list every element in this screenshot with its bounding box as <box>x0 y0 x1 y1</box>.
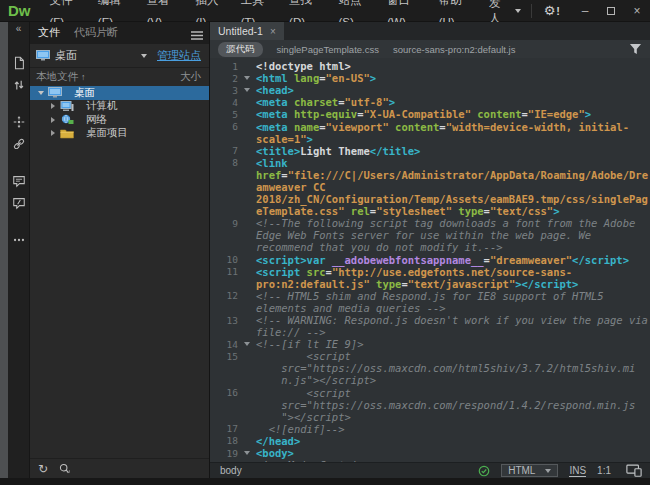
line-number: 19 <box>210 448 238 459</box>
code-line[interactable]: 7<title>Light Theme</title> <box>210 145 650 157</box>
maximize-button[interactable] <box>598 0 624 21</box>
code-line[interactable]: 1<!doctype html> <box>210 60 650 72</box>
chevron-down-icon[interactable] <box>141 54 147 58</box>
filter-icon[interactable] <box>629 43 642 55</box>
fold-marker[interactable] <box>238 88 256 92</box>
link-icon[interactable] <box>11 136 26 151</box>
connect-icon[interactable] <box>58 462 71 475</box>
code-line[interactable]: 12<!-- HTML5 shim and Respond.js for IE8… <box>210 290 650 302</box>
code-line[interactable]: 15 <script <box>210 350 650 362</box>
tree-item-桌面[interactable]: 桌面 <box>30 86 209 100</box>
tag-selector[interactable]: body <box>210 465 242 476</box>
files-panel-footer: ↻ <box>30 458 209 478</box>
insert-mode-toggle[interactable]: INS <box>569 465 586 477</box>
code-line[interactable]: pro:n2:default.js" type="text/javascript… <box>210 278 650 290</box>
code-line[interactable]: "></script> <box>210 411 650 423</box>
panel-tab[interactable]: 文件 <box>38 22 66 44</box>
toolbar-icons <box>11 48 26 254</box>
fold-arrow-icon <box>244 88 250 92</box>
cursor-position: 1:1 <box>597 465 611 476</box>
code-line[interactable]: 4<meta charset="utf-8"> <box>210 96 650 108</box>
code-line[interactable]: 16 <script <box>210 387 650 399</box>
code-line[interactable]: scale=1"> <box>210 133 650 145</box>
code-line[interactable]: 10<script>var __adobewebfontsappname__="… <box>210 254 650 266</box>
code-line[interactable]: 13<!-- WARNING: Respond.js doesn't work … <box>210 314 650 326</box>
code-text: Edge Web Fonts server for use within the… <box>256 229 591 241</box>
desktop-icon <box>48 87 68 98</box>
main-area: « 文件代码片断 桌面 管理站点 本地文件 ↑ 大小 桌面计算机网络桌面项目 ↻ <box>0 22 650 478</box>
chevron-right-icon[interactable] <box>48 117 58 123</box>
code-line[interactable]: recommend that you do not modify it.--> <box>210 241 650 253</box>
document-area: Untitled-1 × 源代码singlePageTemplate.cssso… <box>210 22 650 478</box>
code-editor[interactable]: 1<!doctype html>2<html lang="en-US">3<he… <box>210 58 650 462</box>
code-line[interactable]: src="https://oss.maxcdn.com/respond/1.4.… <box>210 399 650 411</box>
code-line[interactable]: 17 <![endif]--> <box>210 423 650 435</box>
doctype-value: HTML <box>508 465 535 476</box>
code-line[interactable]: 11<script src="http://use.edgefonts.net/… <box>210 266 650 278</box>
code-line[interactable]: 2<html lang="en-US"> <box>210 72 650 84</box>
code-line[interactable]: elements and media queries --> <box>210 302 650 314</box>
code-line[interactable]: 3<head> <box>210 84 650 96</box>
code-line[interactable]: 6<meta name="viewport" content="width=de… <box>210 120 650 132</box>
code-line[interactable]: 5<meta http-equiv="X-UA-Compatible" cont… <box>210 108 650 120</box>
site-select[interactable]: 桌面 <box>36 48 141 63</box>
code-line[interactable]: 18</head> <box>210 435 650 447</box>
line-number: 18 <box>210 435 238 446</box>
doctype-select[interactable]: HTML <box>501 464 558 477</box>
related-file[interactable]: 源代码 <box>218 42 263 57</box>
file-icon[interactable] <box>11 55 26 70</box>
panel-menu-icon[interactable] <box>191 31 203 40</box>
more-icon[interactable] <box>11 232 26 247</box>
sync-settings-button[interactable]: ⚙ ! <box>532 0 572 22</box>
code-line[interactable]: amweaver CC <box>210 181 650 193</box>
code-text: <!-- HTML5 shim and Respond.js for IE8 s… <box>256 290 604 302</box>
manage-sites-link[interactable]: 管理站点 <box>157 48 201 63</box>
code-text: <!doctype html> <box>256 60 351 72</box>
minimize-button[interactable]: – <box>572 0 598 21</box>
tree-item-label: 计算机 <box>86 99 118 113</box>
document-title: Untitled-1 <box>218 25 263 37</box>
gear-icon: ⚙ <box>544 0 556 22</box>
device-preview-icon[interactable] <box>626 464 642 477</box>
close-tab-icon[interactable]: × <box>270 26 276 37</box>
code-line[interactable]: 2018/zh_CN/Configuration/Temp/Assets/eam… <box>210 193 650 205</box>
related-file[interactable]: source-sans-pro:n2:default.js <box>393 44 516 55</box>
transfer-icon[interactable] <box>11 77 26 92</box>
line-number: 4 <box>210 97 238 108</box>
chevron-right-icon[interactable] <box>48 103 58 109</box>
code-text: 2018/zh_CN/Configuration/Temp/Assets/eam… <box>256 193 648 205</box>
code-line[interactable]: 19<body> <box>210 447 650 459</box>
comment-icon[interactable] <box>11 173 26 188</box>
code-line[interactable]: 9<!--The following script tag downloads … <box>210 217 650 229</box>
code-line[interactable]: eTemplate.css" rel="stylesheet" type="te… <box>210 205 650 217</box>
tree-item-网络[interactable]: 网络 <box>30 113 209 127</box>
close-button[interactable]: × <box>624 0 650 21</box>
code-line[interactable]: src="https://oss.maxcdn.com/html5shiv/3.… <box>210 362 650 374</box>
css-inspect-icon[interactable] <box>11 195 26 210</box>
code-line[interactable]: href="file:///C|/Users/Administrator/App… <box>210 169 650 181</box>
refresh-icon[interactable]: ↻ <box>38 459 48 479</box>
size-header[interactable]: 大小 <box>180 70 201 84</box>
tree-item-计算机[interactable]: 计算机 <box>30 100 209 114</box>
panel-tab[interactable]: 代码片断 <box>74 22 124 44</box>
code-text: <html lang="en-US"> <box>256 72 376 84</box>
code-line[interactable]: 14<!--[if lt IE 9]> <box>210 338 650 350</box>
chevron-right-icon[interactable] <box>48 130 58 136</box>
line-number: 9 <box>210 218 238 229</box>
code-line[interactable]: file:// --> <box>210 326 650 338</box>
chevron-down-icon[interactable] <box>36 91 46 95</box>
code-line[interactable]: 8<link <box>210 157 650 169</box>
collapse-panels-icon[interactable]: « <box>16 24 22 34</box>
tree-item-桌面项目[interactable]: 桌面项目 <box>30 127 209 141</box>
code-text: <meta name="viewport" content="width=dev… <box>256 121 629 133</box>
code-line[interactable]: n.js"></script> <box>210 374 650 386</box>
fold-marker[interactable] <box>238 76 256 80</box>
code-line[interactable]: Edge Web Fonts server for use within the… <box>210 229 650 241</box>
code-text: scale=1"> <box>256 133 313 145</box>
local-files-header[interactable]: 本地文件 <box>36 70 78 84</box>
extract-icon[interactable] <box>11 114 26 129</box>
fold-marker[interactable] <box>238 451 256 455</box>
document-tab[interactable]: Untitled-1 × <box>210 22 284 40</box>
fold-marker[interactable] <box>238 342 256 346</box>
related-file[interactable]: singlePageTemplate.css <box>277 44 379 55</box>
